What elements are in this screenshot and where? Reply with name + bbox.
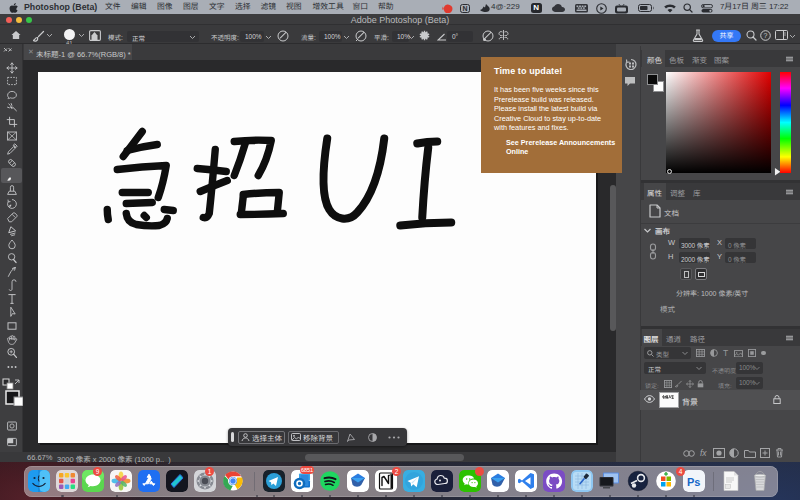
svg-text:Ps: Ps [687, 476, 700, 488]
svg-text:?: ? [763, 32, 767, 39]
